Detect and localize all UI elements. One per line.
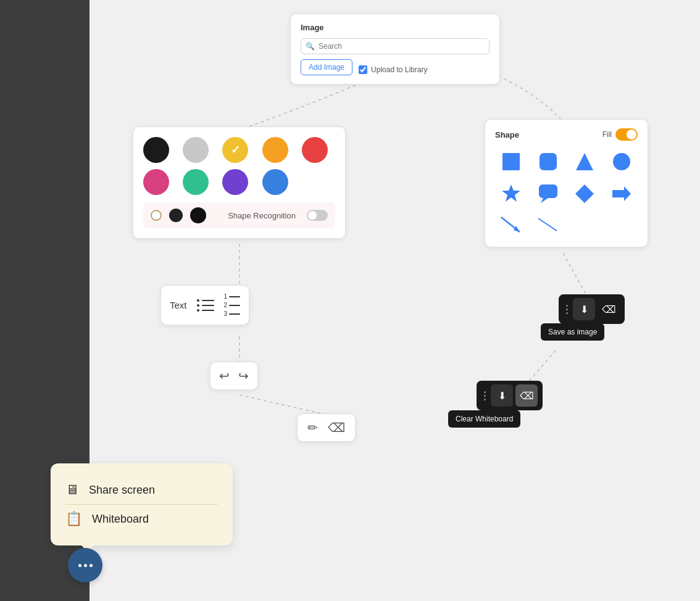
- share-popup: 🖥 Share screen 📋 Whiteboard: [51, 463, 233, 545]
- shape-triangle[interactable]: [569, 148, 601, 175]
- whiteboard-item[interactable]: 📋 Whiteboard: [65, 505, 218, 533]
- fill-toggle[interactable]: [615, 128, 638, 141]
- svg-marker-8: [612, 186, 631, 201]
- clear-toolbar: ⬇ ⌫: [477, 381, 543, 410]
- svg-marker-4: [502, 184, 520, 202]
- text-panel: Text 1 2 3: [160, 285, 249, 325]
- download-button[interactable]: ⬇: [573, 298, 595, 320]
- shape-rounded-square[interactable]: [532, 148, 564, 175]
- whiteboard-label: Whiteboard: [92, 513, 149, 526]
- shape-speech-bubble[interactable]: [532, 180, 564, 207]
- eraser-button[interactable]: ⌫: [598, 298, 620, 320]
- color-yellow[interactable]: ✓: [222, 137, 248, 163]
- color-orange[interactable]: [262, 137, 288, 163]
- color-light-gray[interactable]: [183, 137, 209, 163]
- shape-diagonal-line[interactable]: [532, 211, 564, 238]
- clear-toolbar-drag-handle[interactable]: [481, 391, 488, 400]
- fill-label: Fill: [602, 130, 612, 139]
- text-label: Text: [170, 300, 187, 310]
- monitor-icon: 🖥: [65, 482, 79, 498]
- redo-button[interactable]: ↪: [238, 368, 249, 383]
- numbered-list-button[interactable]: 1 2 3: [224, 293, 241, 317]
- eraser-tool-button[interactable]: ⌫: [328, 420, 345, 435]
- upload-to-library-checkbox[interactable]: [359, 65, 367, 74]
- color-teal[interactable]: [183, 169, 209, 195]
- add-image-button[interactable]: Add Image: [301, 59, 352, 75]
- color-red[interactable]: [302, 137, 328, 163]
- save-as-image-tooltip: Save as image: [541, 323, 604, 341]
- image-panel: Image 🔍 Add Image Upload to Library: [290, 14, 500, 85]
- chat-button[interactable]: [68, 548, 102, 582]
- toolbar-drag-handle[interactable]: [564, 305, 570, 314]
- svg-rect-1: [540, 153, 557, 170]
- svg-marker-6: [541, 198, 548, 203]
- fill-row: Fill: [602, 128, 638, 141]
- search-wrap: 🔍: [301, 38, 490, 54]
- share-screen-label: Share screen: [89, 484, 155, 497]
- pen-tool-button[interactable]: ✏: [307, 420, 318, 435]
- svg-marker-7: [575, 184, 594, 203]
- color-black[interactable]: [143, 137, 169, 163]
- color-grid: ✓: [143, 137, 335, 195]
- pen-medium[interactable]: [169, 209, 183, 222]
- shape-star[interactable]: [495, 180, 527, 207]
- clear-whiteboard-tooltip: Clear Whiteboard: [448, 410, 520, 428]
- selected-check: ✓: [231, 143, 240, 157]
- shape-panel-header: Shape Fill: [495, 128, 638, 141]
- svg-point-3: [613, 153, 630, 170]
- clear-download-button[interactable]: ⬇: [491, 384, 513, 407]
- upload-to-library-label: Upload to Library: [371, 65, 427, 74]
- shape-lines-row: [495, 211, 638, 238]
- shape-diagonal-arrow[interactable]: [495, 211, 527, 238]
- svg-rect-5: [539, 184, 557, 198]
- color-blue[interactable]: [262, 169, 288, 195]
- shape-arrow-right[interactable]: [606, 180, 638, 207]
- pen-large[interactable]: [190, 207, 206, 223]
- search-icon: 🔍: [306, 42, 315, 51]
- color-purple[interactable]: [222, 169, 248, 195]
- image-panel-title: Image: [301, 23, 490, 32]
- shape-panel: Shape Fill: [485, 119, 648, 247]
- shape-grid: [495, 148, 638, 207]
- shape-square[interactable]: [495, 148, 527, 175]
- undo-redo-panel: ↩ ↪: [210, 362, 258, 390]
- svg-marker-2: [576, 153, 593, 170]
- pen-small[interactable]: [151, 210, 162, 221]
- shape-recognition-label: Shape Recognition: [228, 211, 296, 220]
- svg-line-11: [538, 218, 557, 231]
- save-image-toolbar: ⬇ ⌫: [559, 294, 625, 324]
- shape-recognition-toggle[interactable]: [307, 210, 328, 221]
- shape-circle[interactable]: [606, 148, 638, 175]
- bullet-list-button[interactable]: [197, 299, 214, 312]
- draw-panel: ✏ ⌫: [297, 413, 356, 442]
- shape-panel-title: Shape: [495, 130, 519, 139]
- shape-diamond[interactable]: [569, 180, 601, 207]
- whiteboard-icon: 📋: [65, 511, 82, 527]
- color-bottom-bar: Shape Recognition: [143, 202, 335, 228]
- undo-button[interactable]: ↩: [219, 368, 230, 383]
- chat-dots-icon: [78, 564, 93, 567]
- search-input[interactable]: [301, 38, 490, 54]
- share-screen-item[interactable]: 🖥 Share screen: [65, 476, 218, 504]
- clear-erase-button[interactable]: ⌫: [515, 384, 538, 407]
- svg-marker-10: [514, 226, 520, 232]
- color-pink[interactable]: [143, 169, 169, 195]
- svg-rect-0: [502, 153, 520, 170]
- color-panel: ✓ Shape Recognition: [133, 126, 346, 239]
